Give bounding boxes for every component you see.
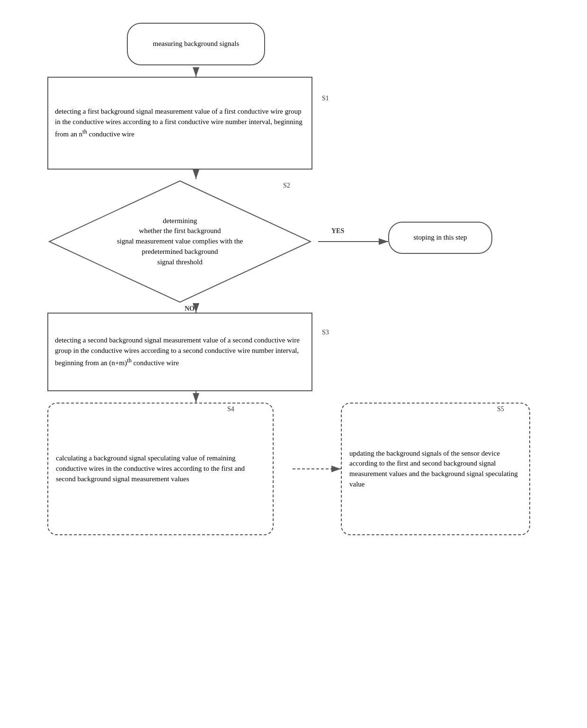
s5-text: updating the background signals of the s… — [349, 449, 522, 490]
yes-label: YES — [331, 227, 344, 235]
s1-node: detecting a first background signal meas… — [47, 77, 312, 170]
start-label: measuring background signals — [153, 39, 239, 49]
s2-node: determiningwhether the first backgrounds… — [47, 179, 312, 304]
s1-label: S1 — [322, 95, 329, 102]
s3-label: S3 — [322, 329, 329, 336]
stop-label: stoping in this step — [414, 233, 467, 243]
s1-sup: th — [82, 128, 87, 135]
stop-node: stoping in this step — [388, 222, 492, 254]
s4-node: calculating a background signal speculat… — [47, 403, 274, 535]
s3-text: detecting a second background signal mea… — [55, 335, 305, 368]
s3-node: detecting a second background signal mea… — [47, 313, 312, 391]
s4-label: S4 — [227, 405, 234, 413]
start-node: measuring background signals — [127, 23, 265, 65]
s1-text: detecting a first background signal meas… — [55, 107, 305, 139]
s2-label: S2 — [283, 182, 290, 189]
s5-label: S5 — [497, 405, 504, 413]
no-label: NO — [185, 305, 195, 313]
s2-text: determiningwhether the first backgrounds… — [47, 179, 312, 304]
s4-text: calculating a background signal speculat… — [56, 453, 265, 484]
flowchart: measuring background signals detecting a… — [0, 0, 587, 728]
s3-sup: th — [127, 357, 132, 364]
s5-node: updating the background signals of the s… — [341, 403, 530, 535]
